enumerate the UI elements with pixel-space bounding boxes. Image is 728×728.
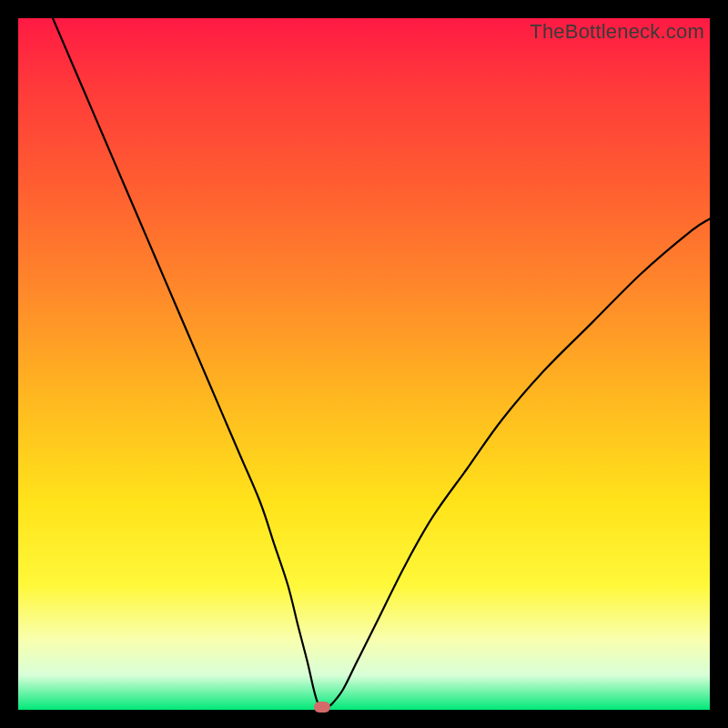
- bottleneck-curve: [18, 18, 710, 710]
- minimum-marker: [314, 702, 330, 713]
- plot-area: TheBottleneck.com: [18, 18, 710, 710]
- chart-frame: TheBottleneck.com: [0, 0, 728, 728]
